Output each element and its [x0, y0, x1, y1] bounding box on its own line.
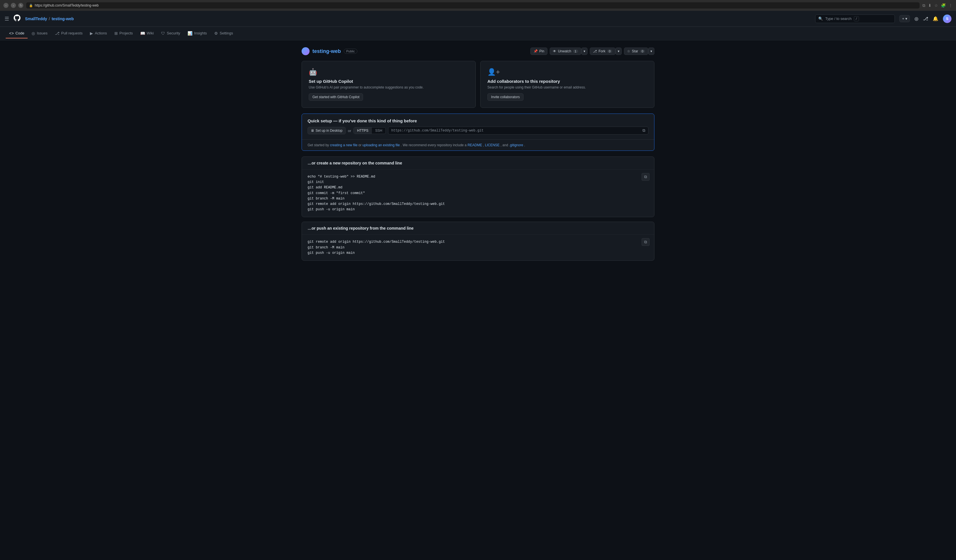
- nav-item-projects[interactable]: ⊞ Projects: [111, 29, 136, 38]
- nav-item-wiki[interactable]: 📖 Wiki: [137, 29, 157, 38]
- get-started-text: Get started by: [308, 143, 330, 147]
- repo-name-breadcrumb[interactable]: testing-web: [52, 17, 74, 21]
- create-new-file-link[interactable]: creating a new file: [330, 143, 358, 147]
- copy-push-commands-button[interactable]: ⧉: [642, 238, 649, 246]
- ssh-button[interactable]: SSH: [372, 127, 386, 134]
- pin-label: Pin: [539, 49, 544, 53]
- create-repo-commands: ⧉ echo "# testing-web" >> README.md git …: [302, 170, 654, 217]
- search-placeholder: Type / to search: [825, 17, 852, 21]
- create-repo-title: …or create a new repository on the comma…: [302, 157, 654, 170]
- unwatch-button[interactable]: 👁 Unwatch 1: [550, 47, 581, 55]
- fork-label: Fork: [599, 49, 605, 53]
- search-icon: 🔍: [818, 17, 823, 21]
- wiki-nav-icon: 📖: [140, 31, 145, 36]
- nav-item-insights[interactable]: 📊 Insights: [184, 29, 210, 38]
- unwatch-label: Unwatch: [558, 49, 571, 53]
- breadcrumb: SmallTeddy / testing-web: [25, 17, 74, 21]
- copy-url-button[interactable]: ⧉: [643, 128, 645, 133]
- create-repo-section: …or create a new repository on the comma…: [302, 156, 654, 217]
- code-icon: <>: [9, 31, 14, 36]
- hamburger-menu[interactable]: ☰: [5, 16, 9, 22]
- https-button[interactable]: HTTPS: [354, 127, 372, 134]
- nav-label-wiki: Wiki: [147, 31, 154, 35]
- gitignore-link[interactable]: .gitignore: [509, 143, 523, 147]
- extensions-icon[interactable]: 🧩: [941, 3, 946, 8]
- repo-title-left: testing-web Public: [302, 47, 357, 55]
- copilot-card: 🤖 Set up GitHub Copilot Use GitHub's AI …: [302, 61, 476, 108]
- browser-actions: ⧉ ⬇ ☆ 🧩 ⋮: [923, 3, 953, 8]
- push-command-text: git remote add origin https://github.com…: [308, 239, 648, 256]
- new-tab-icon[interactable]: ⧉: [923, 3, 925, 8]
- global-search[interactable]: 🔍 Type / to search /: [815, 14, 895, 23]
- repo-navigation: <> Code ◎ Issues ⎇ Pull requests ▶ Actio…: [0, 27, 956, 40]
- fork-dropdown[interactable]: ▾: [615, 47, 622, 55]
- repo-title[interactable]: testing-web: [313, 49, 341, 54]
- nav-label-pull-requests: Pull requests: [61, 31, 83, 35]
- eye-icon: 👁: [553, 49, 556, 53]
- pull-requests-icon[interactable]: ⎇: [923, 16, 928, 21]
- search-shortcut: /: [854, 16, 859, 21]
- setup-in-desktop-button[interactable]: 🖥 Set up in Desktop: [308, 127, 346, 134]
- upload-file-link[interactable]: uploading an existing file: [363, 143, 400, 147]
- nav-item-actions[interactable]: ▶ Actions: [86, 29, 110, 38]
- security-nav-icon: 🛡: [161, 31, 165, 36]
- nav-item-settings[interactable]: ⚙ Settings: [211, 29, 236, 38]
- pin-button[interactable]: 📌 Pin: [530, 47, 547, 55]
- bookmark-icon[interactable]: ☆: [934, 3, 938, 8]
- nav-item-security[interactable]: 🛡 Security: [158, 29, 184, 38]
- insights-nav-icon: 📊: [187, 31, 192, 36]
- copilot-card-button[interactable]: Get started with GitHub Copilot: [309, 93, 363, 101]
- create-new-button[interactable]: + ▾: [899, 15, 910, 22]
- collaborators-card-title: Add collaborators to this repository: [487, 79, 647, 83]
- breadcrumb-separator: /: [49, 17, 50, 21]
- menu-icon[interactable]: ⋮: [948, 3, 953, 8]
- nav-label-insights: Insights: [194, 31, 207, 35]
- star-button[interactable]: ☆ Star 0: [624, 47, 648, 55]
- repo-owner-avatar: [302, 47, 310, 55]
- license-link[interactable]: LICENSE: [485, 143, 499, 147]
- github-logo[interactable]: [14, 14, 20, 23]
- fork-button[interactable]: ⎇ Fork 0: [590, 47, 615, 55]
- nav-label-issues: Issues: [37, 31, 47, 35]
- main-content: testing-web Public 📌 Pin 👁 Unwatch 1 ▾: [296, 40, 660, 272]
- issues-nav-icon: ◎: [31, 31, 35, 36]
- download-icon[interactable]: ⬇: [928, 3, 932, 8]
- copilot-card-desc: Use GitHub's AI pair programmer to autoc…: [309, 85, 469, 90]
- invite-collaborators-button[interactable]: Invite collaborators: [487, 93, 524, 101]
- repo-action-buttons: 📌 Pin 👁 Unwatch 1 ▾ ⎇ Fork 0 ▾: [530, 47, 654, 55]
- period: .: [524, 143, 525, 147]
- back-button[interactable]: ‹: [3, 3, 8, 8]
- and-text: , and: [500, 143, 509, 147]
- copy-commands-button[interactable]: ⧉: [642, 173, 649, 181]
- user-avatar[interactable]: S: [943, 14, 951, 23]
- notifications-icon[interactable]: 🔔: [932, 16, 939, 21]
- quick-setup-title: Quick setup — if you've done this kind o…: [308, 118, 648, 123]
- repo-url-text: https://github.com/SmallTeddy/testing-we…: [391, 129, 483, 133]
- push-repo-section: …or push an existing repository from the…: [302, 222, 654, 261]
- push-repo-commands: ⧉ git remote add origin https://github.c…: [302, 235, 654, 260]
- nav-item-issues[interactable]: ◎ Issues: [28, 29, 51, 38]
- repo-url-bar: https://github.com/SmallTeddy/testing-we…: [388, 127, 648, 135]
- repo-owner[interactable]: SmallTeddy: [25, 17, 47, 21]
- star-dropdown[interactable]: ▾: [648, 47, 654, 55]
- collaborators-card: 👤+ Add collaborators to this repository …: [480, 61, 654, 108]
- readme-link[interactable]: README: [467, 143, 482, 147]
- quick-setup-header: Quick setup — if you've done this kind o…: [302, 114, 654, 140]
- unwatch-dropdown[interactable]: ▾: [581, 47, 588, 55]
- collaborators-icon: 👤+: [487, 68, 647, 76]
- desktop-icon: 🖥: [311, 129, 314, 133]
- refresh-button[interactable]: ↻: [18, 3, 24, 8]
- forward-button[interactable]: ›: [11, 3, 16, 8]
- actions-nav-icon: ▶: [90, 31, 93, 36]
- push-repo-title: …or push an existing repository from the…: [302, 222, 654, 235]
- nav-item-pull-requests[interactable]: ⎇ Pull requests: [52, 29, 86, 38]
- issues-icon[interactable]: ◎: [914, 16, 918, 21]
- or-separator: or: [348, 129, 351, 133]
- chevron-down-icon: ▾: [905, 17, 907, 21]
- address-bar[interactable]: 🔒 https://github.com/SmallTeddy/testing-…: [26, 2, 920, 8]
- feature-cards: 🤖 Set up GitHub Copilot Use GitHub's AI …: [302, 61, 654, 108]
- pin-icon: 📌: [533, 49, 538, 53]
- copilot-card-title: Set up GitHub Copilot: [309, 79, 469, 83]
- nav-item-code[interactable]: <> Code: [6, 29, 28, 38]
- nav-label-actions: Actions: [95, 31, 107, 35]
